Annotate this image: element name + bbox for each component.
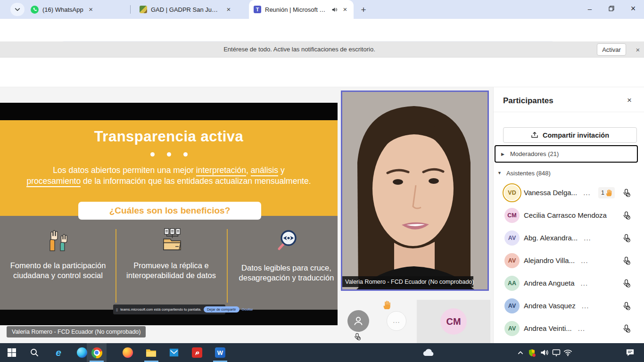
participant-video-tile-cm[interactable]: CM	[417, 300, 490, 343]
tab-teams-active[interactable]: T Reunión | Microsoft Teams ×	[249, 0, 354, 19]
weather-cloud-icon[interactable]	[422, 347, 436, 358]
tab-close-icon[interactable]: ×	[225, 6, 232, 13]
stop-sharing-button[interactable]: Dejar de compartir	[204, 306, 239, 313]
word-icon[interactable]: W	[215, 347, 226, 358]
window-close-button[interactable]: ×	[622, 0, 644, 17]
mail-icon[interactable]	[168, 347, 180, 358]
tab-audio-icon[interactable]	[331, 7, 338, 13]
more-options-dots: ...	[578, 324, 586, 332]
raised-hand-badge: 1	[598, 187, 615, 198]
tab-title: Reunión | Microsoft Teams	[265, 6, 328, 13]
more-options-dots: ...	[581, 256, 588, 264]
internet-explorer-icon[interactable]: e	[53, 347, 64, 358]
participant-name: Vanessa Delga...	[524, 189, 577, 197]
panel-close-icon[interactable]: ×	[625, 96, 634, 105]
browser-tab-strip: (16) WhatsApp × GAD | GADPR San Juan | ×…	[0, 0, 644, 19]
participants-panel: Participantes × Compartir invitación ▶ M…	[493, 87, 644, 343]
window-restore-button[interactable]	[601, 0, 622, 17]
hide-sharing-button[interactable]: Ocultar	[242, 307, 253, 312]
display-cast-icon[interactable]	[551, 347, 562, 358]
chrome-icon-active[interactable]	[91, 347, 102, 358]
start-button[interactable]	[6, 347, 17, 358]
avatar: CM	[504, 208, 520, 223]
edge-icon[interactable]	[76, 347, 88, 358]
teams-icon: T	[254, 6, 261, 13]
meeting-stage: Transparencia activa Los datos abiertos …	[0, 87, 644, 343]
slide-top-bar	[0, 103, 338, 120]
hidden-participant-thumbnail[interactable]: ...	[387, 311, 406, 331]
collapse-caret-icon: ▶	[501, 152, 504, 156]
more-options-dots: ...	[584, 234, 591, 242]
muted-mic-icon	[353, 333, 361, 341]
participant-row[interactable]: AV Andrea Veinti......	[494, 317, 644, 340]
moderators-section-header[interactable]: ▶ Moderadores (21)	[495, 145, 638, 163]
infobar-message: Entérese de todo. Active las notificacio…	[0, 41, 599, 58]
participant-row[interactable]: AV Andrea Vasquez...	[494, 295, 644, 317]
wifi-icon[interactable]	[562, 347, 573, 358]
avatar: AV	[504, 298, 520, 313]
security-shield-icon[interactable]	[526, 347, 537, 358]
tray-expand-chevron[interactable]	[515, 347, 526, 358]
participant-row[interactable]: CM Cecilia Carrasco Mendoza	[494, 204, 644, 227]
participant-mic-off-icon	[622, 324, 631, 333]
participant-row[interactable]: AA Andrea Angueta...	[494, 272, 644, 295]
meeting-toolbar: 36:50 Chat Gente 869 Participar	[0, 58, 644, 87]
benefit-text-3: Datos legibles para cruce, desagregación…	[238, 263, 335, 282]
participant-name: Abg. Alexandra...	[524, 234, 578, 242]
expand-caret-icon: ▼	[497, 171, 502, 175]
tab-separator	[130, 5, 131, 14]
new-tab-button[interactable]: +	[357, 4, 370, 16]
action-center-icon[interactable]	[624, 347, 636, 358]
participant-mic-off-icon	[622, 189, 631, 197]
participant-name: Andrea Veinti...	[524, 324, 572, 332]
presenter-tooltip: Valeria Romero - FCD Ecuador (No comprob…	[7, 326, 146, 337]
participant-mic-off-icon	[622, 211, 631, 220]
chrome-sharing-bar: || teams.microsoft.com está compartiendo…	[113, 304, 225, 314]
slide-question-banner: ¿Cuáles son los beneficios?	[78, 202, 261, 220]
tab-title: (16) WhatsApp	[42, 6, 83, 13]
avatar: AV	[504, 321, 520, 336]
slide-paragraph: Los datos abiertos permiten una mejor in…	[0, 165, 338, 187]
slide-gray-section: Fomento de la participación ciudadana y …	[0, 216, 338, 310]
slide-title: Transparencia activa	[0, 128, 338, 145]
participant-mic-off-icon	[622, 302, 631, 311]
speaker-video-frame	[342, 92, 487, 289]
participant-row[interactable]: AV Abg. Alexandra......	[494, 227, 644, 249]
taskbar-search-icon[interactable]	[29, 347, 40, 358]
sharing-pause-icon: ||	[116, 307, 118, 312]
notification-infobar: Entérese de todo. Active las notificacio…	[0, 41, 644, 58]
participant-mic-off-icon	[622, 256, 631, 265]
participant-name: Alejandro Villa...	[524, 256, 575, 264]
participant-name: Andrea Angueta	[524, 279, 575, 287]
tab-whatsapp[interactable]: (16) WhatsApp ×	[26, 0, 127, 19]
file-explorer-icon[interactable]	[145, 347, 157, 358]
activate-notifications-button[interactable]: Activar	[597, 43, 626, 56]
whatsapp-icon	[31, 6, 39, 14]
panel-divider	[494, 112, 644, 112]
benefit-text-2: Promueve la réplica e interoperabilidad …	[124, 261, 219, 280]
avatar: AV	[504, 230, 520, 246]
tab-close-icon[interactable]: ×	[341, 6, 349, 13]
tab-search-button[interactable]	[10, 3, 25, 16]
slide-divider	[227, 229, 228, 303]
infobar-close-icon[interactable]: ×	[634, 46, 642, 54]
attendees-section-header[interactable]: ▼ Asistentes (848)	[497, 166, 639, 180]
acrobat-icon[interactable]	[191, 347, 203, 358]
raised-hand-emoji	[383, 300, 391, 310]
participant-row[interactable]: AV Alejandro Villa......	[494, 249, 644, 272]
tab-title: GAD | GADPR San Juan |	[151, 6, 221, 13]
firefox-icon[interactable]	[122, 347, 133, 358]
volume-icon[interactable]	[539, 347, 550, 358]
more-options-dots: ...	[582, 302, 589, 310]
window-minimize-button[interactable]: –	[579, 0, 601, 17]
share-invitation-button[interactable]: Compartir invitación	[503, 127, 637, 143]
tab-gad[interactable]: GAD | GADPR San Juan | ×	[134, 0, 237, 19]
raised-hands-illustration	[45, 229, 71, 252]
speaker-video-tile[interactable]: Valeria Romero - FCD Ecuador (No comprob…	[341, 90, 489, 291]
participant-row[interactable]: VD Vanessa Delga...... 1	[494, 181, 644, 204]
windows-taskbar: e W 1 27°C Mayorm. nubla...	[0, 343, 644, 362]
benefit-text-1: Fomento de la participación ciudadana y …	[8, 261, 108, 280]
tab-close-icon[interactable]: ×	[87, 6, 95, 13]
audio-participant-avatar[interactable]	[347, 310, 369, 332]
browser-toolbar: ← → teams.microsoft.com/v2/?meetingjoin=…	[0, 19, 644, 41]
